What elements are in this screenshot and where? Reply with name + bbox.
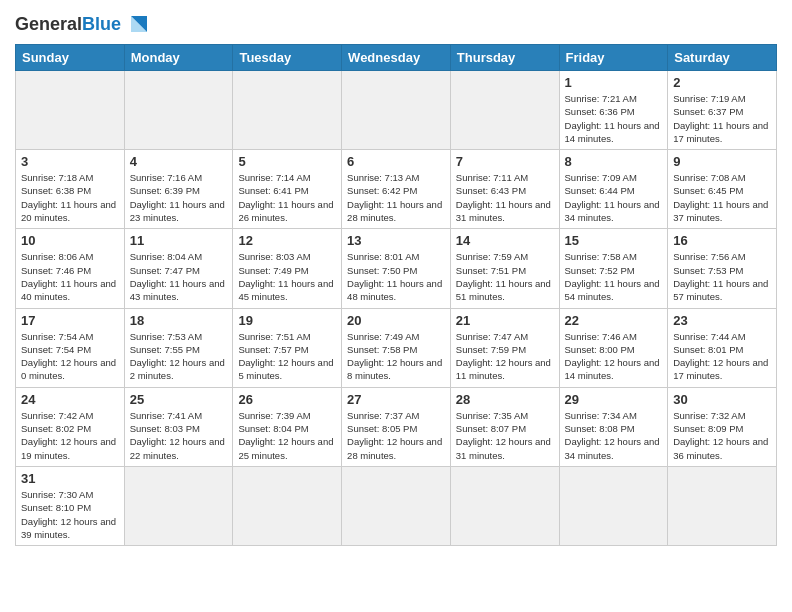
day-number: 10 bbox=[21, 233, 119, 248]
week-row-3: 10Sunrise: 8:06 AM Sunset: 7:46 PM Dayli… bbox=[16, 229, 777, 308]
day-info: Sunrise: 7:30 AM Sunset: 8:10 PM Dayligh… bbox=[21, 488, 119, 541]
logo: GeneralBlue bbox=[15, 10, 153, 38]
day-number: 9 bbox=[673, 154, 771, 169]
day-number: 3 bbox=[21, 154, 119, 169]
day-number: 19 bbox=[238, 313, 336, 328]
day-number: 20 bbox=[347, 313, 445, 328]
day-number: 14 bbox=[456, 233, 554, 248]
day-info: Sunrise: 7:37 AM Sunset: 8:05 PM Dayligh… bbox=[347, 409, 445, 462]
day-info: Sunrise: 7:58 AM Sunset: 7:52 PM Dayligh… bbox=[565, 250, 663, 303]
calendar-cell: 26Sunrise: 7:39 AM Sunset: 8:04 PM Dayli… bbox=[233, 387, 342, 466]
day-info: Sunrise: 7:47 AM Sunset: 7:59 PM Dayligh… bbox=[456, 330, 554, 383]
week-row-5: 24Sunrise: 7:42 AM Sunset: 8:02 PM Dayli… bbox=[16, 387, 777, 466]
day-number: 18 bbox=[130, 313, 228, 328]
calendar-cell: 16Sunrise: 7:56 AM Sunset: 7:53 PM Dayli… bbox=[668, 229, 777, 308]
calendar-cell: 9Sunrise: 7:08 AM Sunset: 6:45 PM Daylig… bbox=[668, 150, 777, 229]
weekday-header-saturday: Saturday bbox=[668, 45, 777, 71]
day-number: 2 bbox=[673, 75, 771, 90]
day-number: 5 bbox=[238, 154, 336, 169]
day-number: 27 bbox=[347, 392, 445, 407]
weekday-header-tuesday: Tuesday bbox=[233, 45, 342, 71]
day-info: Sunrise: 7:56 AM Sunset: 7:53 PM Dayligh… bbox=[673, 250, 771, 303]
day-info: Sunrise: 7:49 AM Sunset: 7:58 PM Dayligh… bbox=[347, 330, 445, 383]
calendar-cell: 23Sunrise: 7:44 AM Sunset: 8:01 PM Dayli… bbox=[668, 308, 777, 387]
calendar-cell: 5Sunrise: 7:14 AM Sunset: 6:41 PM Daylig… bbox=[233, 150, 342, 229]
calendar-cell bbox=[668, 466, 777, 545]
header: GeneralBlue bbox=[15, 10, 777, 38]
calendar-cell: 14Sunrise: 7:59 AM Sunset: 7:51 PM Dayli… bbox=[450, 229, 559, 308]
weekday-header-row: SundayMondayTuesdayWednesdayThursdayFrid… bbox=[16, 45, 777, 71]
calendar-cell: 2Sunrise: 7:19 AM Sunset: 6:37 PM Daylig… bbox=[668, 71, 777, 150]
calendar-cell: 29Sunrise: 7:34 AM Sunset: 8:08 PM Dayli… bbox=[559, 387, 668, 466]
calendar-cell bbox=[233, 466, 342, 545]
day-info: Sunrise: 7:39 AM Sunset: 8:04 PM Dayligh… bbox=[238, 409, 336, 462]
calendar-cell: 12Sunrise: 8:03 AM Sunset: 7:49 PM Dayli… bbox=[233, 229, 342, 308]
day-info: Sunrise: 7:44 AM Sunset: 8:01 PM Dayligh… bbox=[673, 330, 771, 383]
day-number: 12 bbox=[238, 233, 336, 248]
day-number: 28 bbox=[456, 392, 554, 407]
calendar-cell: 18Sunrise: 7:53 AM Sunset: 7:55 PM Dayli… bbox=[124, 308, 233, 387]
day-info: Sunrise: 7:11 AM Sunset: 6:43 PM Dayligh… bbox=[456, 171, 554, 224]
day-info: Sunrise: 7:32 AM Sunset: 8:09 PM Dayligh… bbox=[673, 409, 771, 462]
day-number: 11 bbox=[130, 233, 228, 248]
day-info: Sunrise: 7:16 AM Sunset: 6:39 PM Dayligh… bbox=[130, 171, 228, 224]
day-info: Sunrise: 7:21 AM Sunset: 6:36 PM Dayligh… bbox=[565, 92, 663, 145]
day-number: 23 bbox=[673, 313, 771, 328]
calendar-cell: 13Sunrise: 8:01 AM Sunset: 7:50 PM Dayli… bbox=[342, 229, 451, 308]
day-number: 22 bbox=[565, 313, 663, 328]
calendar-cell: 24Sunrise: 7:42 AM Sunset: 8:02 PM Dayli… bbox=[16, 387, 125, 466]
calendar-cell: 19Sunrise: 7:51 AM Sunset: 7:57 PM Dayli… bbox=[233, 308, 342, 387]
day-number: 7 bbox=[456, 154, 554, 169]
calendar-cell bbox=[124, 71, 233, 150]
day-info: Sunrise: 7:46 AM Sunset: 8:00 PM Dayligh… bbox=[565, 330, 663, 383]
calendar-cell: 11Sunrise: 8:04 AM Sunset: 7:47 PM Dayli… bbox=[124, 229, 233, 308]
day-info: Sunrise: 8:03 AM Sunset: 7:49 PM Dayligh… bbox=[238, 250, 336, 303]
day-info: Sunrise: 7:14 AM Sunset: 6:41 PM Dayligh… bbox=[238, 171, 336, 224]
weekday-header-monday: Monday bbox=[124, 45, 233, 71]
day-info: Sunrise: 7:53 AM Sunset: 7:55 PM Dayligh… bbox=[130, 330, 228, 383]
calendar-cell: 30Sunrise: 7:32 AM Sunset: 8:09 PM Dayli… bbox=[668, 387, 777, 466]
day-number: 15 bbox=[565, 233, 663, 248]
calendar-cell: 27Sunrise: 7:37 AM Sunset: 8:05 PM Dayli… bbox=[342, 387, 451, 466]
day-info: Sunrise: 7:18 AM Sunset: 6:38 PM Dayligh… bbox=[21, 171, 119, 224]
day-number: 31 bbox=[21, 471, 119, 486]
calendar-cell bbox=[450, 71, 559, 150]
calendar-cell bbox=[16, 71, 125, 150]
week-row-2: 3Sunrise: 7:18 AM Sunset: 6:38 PM Daylig… bbox=[16, 150, 777, 229]
calendar-cell bbox=[559, 466, 668, 545]
weekday-header-sunday: Sunday bbox=[16, 45, 125, 71]
day-number: 13 bbox=[347, 233, 445, 248]
calendar-cell: 21Sunrise: 7:47 AM Sunset: 7:59 PM Dayli… bbox=[450, 308, 559, 387]
day-info: Sunrise: 7:51 AM Sunset: 7:57 PM Dayligh… bbox=[238, 330, 336, 383]
day-info: Sunrise: 7:13 AM Sunset: 6:42 PM Dayligh… bbox=[347, 171, 445, 224]
week-row-4: 17Sunrise: 7:54 AM Sunset: 7:54 PM Dayli… bbox=[16, 308, 777, 387]
day-info: Sunrise: 7:59 AM Sunset: 7:51 PM Dayligh… bbox=[456, 250, 554, 303]
day-number: 6 bbox=[347, 154, 445, 169]
day-info: Sunrise: 8:01 AM Sunset: 7:50 PM Dayligh… bbox=[347, 250, 445, 303]
calendar-cell: 7Sunrise: 7:11 AM Sunset: 6:43 PM Daylig… bbox=[450, 150, 559, 229]
day-number: 8 bbox=[565, 154, 663, 169]
day-info: Sunrise: 7:42 AM Sunset: 8:02 PM Dayligh… bbox=[21, 409, 119, 462]
day-info: Sunrise: 8:06 AM Sunset: 7:46 PM Dayligh… bbox=[21, 250, 119, 303]
calendar-cell: 8Sunrise: 7:09 AM Sunset: 6:44 PM Daylig… bbox=[559, 150, 668, 229]
calendar-cell: 22Sunrise: 7:46 AM Sunset: 8:00 PM Dayli… bbox=[559, 308, 668, 387]
day-number: 16 bbox=[673, 233, 771, 248]
day-number: 17 bbox=[21, 313, 119, 328]
calendar-cell: 25Sunrise: 7:41 AM Sunset: 8:03 PM Dayli… bbox=[124, 387, 233, 466]
calendar-cell: 10Sunrise: 8:06 AM Sunset: 7:46 PM Dayli… bbox=[16, 229, 125, 308]
day-info: Sunrise: 7:34 AM Sunset: 8:08 PM Dayligh… bbox=[565, 409, 663, 462]
calendar-cell: 31Sunrise: 7:30 AM Sunset: 8:10 PM Dayli… bbox=[16, 466, 125, 545]
calendar-cell bbox=[342, 466, 451, 545]
calendar-cell bbox=[342, 71, 451, 150]
day-info: Sunrise: 7:19 AM Sunset: 6:37 PM Dayligh… bbox=[673, 92, 771, 145]
week-row-1: 1Sunrise: 7:21 AM Sunset: 6:36 PM Daylig… bbox=[16, 71, 777, 150]
calendar-cell: 6Sunrise: 7:13 AM Sunset: 6:42 PM Daylig… bbox=[342, 150, 451, 229]
calendar-cell: 20Sunrise: 7:49 AM Sunset: 7:58 PM Dayli… bbox=[342, 308, 451, 387]
calendar-cell: 1Sunrise: 7:21 AM Sunset: 6:36 PM Daylig… bbox=[559, 71, 668, 150]
logo-text: GeneralBlue bbox=[15, 14, 121, 35]
weekday-header-wednesday: Wednesday bbox=[342, 45, 451, 71]
day-info: Sunrise: 7:08 AM Sunset: 6:45 PM Dayligh… bbox=[673, 171, 771, 224]
day-number: 26 bbox=[238, 392, 336, 407]
calendar-table: SundayMondayTuesdayWednesdayThursdayFrid… bbox=[15, 44, 777, 546]
day-info: Sunrise: 7:35 AM Sunset: 8:07 PM Dayligh… bbox=[456, 409, 554, 462]
